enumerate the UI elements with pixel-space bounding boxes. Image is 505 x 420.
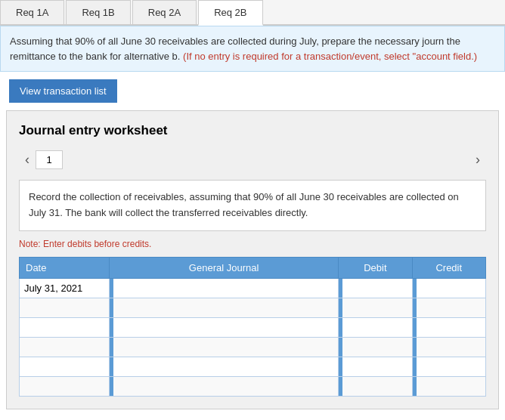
credit-input-1[interactable] <box>413 279 485 298</box>
instructions-red-text: (If no entry is required for a transacti… <box>183 51 477 62</box>
credit-input-6[interactable] <box>413 377 485 396</box>
credit-input-4[interactable] <box>413 338 485 357</box>
journal-input-4[interactable] <box>110 338 338 357</box>
date-cell-1: July 31, 2021 <box>20 278 110 298</box>
worksheet-title: Journal entry worksheet <box>19 123 486 138</box>
debit-cell-4[interactable] <box>339 337 412 357</box>
view-transaction-button[interactable]: View transaction list <box>9 79 117 103</box>
journal-entry-worksheet: Journal entry worksheet ‹ 1 › Record the… <box>6 110 499 409</box>
table-row <box>20 317 486 337</box>
debit-input-5[interactable] <box>339 357 411 376</box>
journal-input-5[interactable] <box>110 357 338 376</box>
credit-input-3[interactable] <box>413 318 485 337</box>
credit-cell-3[interactable] <box>412 317 485 337</box>
date-cell-5 <box>20 357 110 376</box>
debit-cell-2[interactable] <box>339 298 412 317</box>
tab-bar: Req 1A Req 1B Req 2A Req 2B <box>0 0 505 26</box>
journal-cell-1[interactable] <box>110 278 339 298</box>
debit-input-6[interactable] <box>339 377 411 396</box>
entry-description: Record the collection of receivables, as… <box>19 180 486 231</box>
date-cell-3 <box>20 317 110 337</box>
credit-cell-4[interactable] <box>412 337 485 357</box>
journal-input-1[interactable] <box>110 279 338 298</box>
current-page-number: 1 <box>36 150 63 169</box>
credit-input-5[interactable] <box>413 357 485 376</box>
instructions-box: Assuming that 90% of all June 30 receiva… <box>0 26 505 72</box>
journal-input-3[interactable] <box>110 318 338 337</box>
debit-input-1[interactable] <box>339 279 411 298</box>
col-header-credit: Credit <box>412 257 485 278</box>
journal-cell-5[interactable] <box>110 357 339 376</box>
table-row: July 31, 2021 <box>20 278 486 298</box>
journal-input-6[interactable] <box>110 377 338 396</box>
tab-req2a[interactable]: Req 2A <box>132 0 197 24</box>
table-row <box>20 298 486 317</box>
credit-cell-1[interactable] <box>412 278 485 298</box>
debit-input-2[interactable] <box>339 298 411 317</box>
journal-table: Date General Journal Debit Credit July 3… <box>19 257 486 397</box>
tab-req2b[interactable]: Req 2B <box>198 0 262 26</box>
table-row <box>20 376 486 396</box>
tab-req1a[interactable]: Req 1A <box>0 0 64 24</box>
debit-input-3[interactable] <box>339 318 411 337</box>
page-navigation: ‹ 1 › <box>19 149 486 171</box>
col-header-debit: Debit <box>339 257 412 278</box>
debit-cell-6[interactable] <box>339 376 412 396</box>
credit-cell-6[interactable] <box>412 376 485 396</box>
table-row <box>20 357 486 376</box>
date-cell-6 <box>20 376 110 396</box>
debit-credit-note: Note: Enter debits before credits. <box>19 239 486 249</box>
journal-cell-6[interactable] <box>110 376 339 396</box>
debit-cell-5[interactable] <box>339 357 412 376</box>
col-header-general-journal: General Journal <box>110 257 339 278</box>
credit-cell-2[interactable] <box>412 298 485 317</box>
debit-cell-1[interactable] <box>339 278 412 298</box>
credit-input-2[interactable] <box>413 298 485 317</box>
journal-input-2[interactable] <box>110 298 338 317</box>
journal-cell-3[interactable] <box>110 317 339 337</box>
debit-input-4[interactable] <box>339 338 411 357</box>
credit-cell-5[interactable] <box>412 357 485 376</box>
tab-req1b[interactable]: Req 1B <box>66 0 130 24</box>
table-row <box>20 337 486 357</box>
debit-cell-3[interactable] <box>339 317 412 337</box>
prev-page-arrow[interactable]: ‹ <box>19 149 36 171</box>
col-header-date: Date <box>20 257 110 278</box>
journal-cell-4[interactable] <box>110 337 339 357</box>
date-cell-2 <box>20 298 110 317</box>
next-page-arrow[interactable]: › <box>469 149 486 171</box>
journal-cell-2[interactable] <box>110 298 339 317</box>
date-cell-4 <box>20 337 110 357</box>
